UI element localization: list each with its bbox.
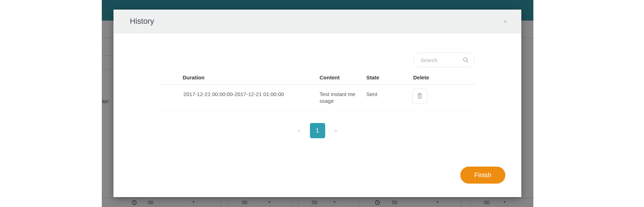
modal-title: History	[130, 17, 154, 26]
column-header-content: Content	[320, 74, 340, 80]
cell-content: Test instant message	[320, 91, 356, 104]
search-input[interactable]	[420, 53, 462, 67]
cell-state: Sent	[366, 91, 377, 97]
delete-button[interactable]	[412, 89, 427, 104]
pagination-next[interactable]: >	[332, 127, 340, 134]
pagination: < 1 >	[113, 123, 521, 138]
close-icon[interactable]: ×	[501, 18, 509, 25]
trash-icon	[417, 93, 422, 100]
search-icon[interactable]	[463, 57, 469, 64]
table-header-divider	[159, 84, 475, 85]
finish-button[interactable]: Finish	[460, 167, 505, 184]
column-header-duration: Duration	[183, 74, 205, 80]
column-header-state: State	[366, 74, 379, 80]
pagination-prev[interactable]: <	[295, 127, 303, 134]
column-header-delete: Delete	[413, 74, 429, 80]
modal-header: History ×	[113, 10, 521, 33]
history-modal: History × Duration Content State Delete …	[113, 10, 521, 197]
table-row-divider	[159, 110, 475, 110]
search-box	[413, 52, 474, 67]
cell-duration: 2017-12-21 00:00:00-2017-12-21 01:00:00	[183, 91, 284, 97]
pagination-page-current[interactable]: 1	[310, 123, 325, 138]
